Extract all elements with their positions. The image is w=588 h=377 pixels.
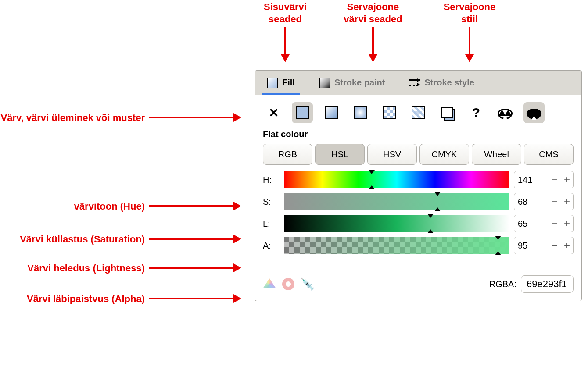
tab-fill-label: Fill [282, 78, 295, 88]
slider-lightness[interactable] [284, 215, 509, 232]
model-hsl[interactable]: HSL [315, 144, 365, 165]
row-saturation: S: 68 − + [263, 193, 574, 210]
slider-marker-top-icon [434, 192, 441, 199]
spin-alpha: 95 − + [514, 237, 574, 254]
dialog-footer: 💉 RGBA: 69e293f1 [255, 262, 581, 301]
spin-lightness: 65 − + [514, 215, 574, 232]
model-hsv[interactable]: HSV [367, 144, 417, 165]
rgba-input[interactable]: 69e293f1 [521, 275, 574, 293]
slider-marker-top-icon [369, 170, 375, 177]
pattern-icon [383, 106, 396, 119]
slider-marker-bottom-icon [369, 182, 375, 189]
row-lightness: L: 65 − + [263, 215, 574, 232]
saturation-increment[interactable]: + [561, 193, 573, 210]
stroke-paint-icon [319, 78, 330, 88]
hole-outline-icon [498, 106, 513, 119]
fill-stroke-dialog: Fill Stroke paint Stroke style ✕ ? Flat … [255, 70, 582, 301]
slider-marker-top-icon [495, 236, 501, 243]
paint-unknown[interactable]: ? [466, 102, 487, 123]
annotation-alpha: Värvi läbipaistvus (Alpha) [0, 293, 145, 305]
dialog-tabbar: Fill Stroke paint Stroke style [255, 71, 581, 95]
slider-marker-bottom-icon [427, 226, 434, 233]
model-cms[interactable]: CMS [524, 144, 574, 165]
arrow-right-icon [149, 238, 240, 240]
hole-fill-icon [527, 106, 541, 119]
rgba-label: RGBA: [489, 279, 516, 289]
arrow-right-icon [149, 298, 240, 299]
paint-linear-gradient[interactable] [321, 102, 342, 123]
arrow-down-icon [372, 27, 374, 61]
annotation-lightness: Värvi heledus (Lightness) [0, 262, 145, 274]
tab-stroke-style[interactable]: Stroke style [402, 71, 482, 95]
swatch-icon [441, 107, 453, 118]
annotation-paint-types: Värv, värvi üleminek või muster [0, 112, 145, 124]
paint-type-row: ✕ ? [255, 95, 581, 128]
paint-mesh[interactable] [408, 102, 429, 123]
alpha-increment[interactable]: + [561, 237, 573, 254]
fill-icon [267, 78, 278, 88]
label-alpha: A: [263, 241, 280, 251]
paint-hole-fill[interactable] [523, 102, 545, 123]
value-alpha[interactable]: 95 [514, 241, 549, 251]
row-hue: H: 141 − + [263, 171, 574, 188]
tab-fill[interactable]: Fill [259, 71, 303, 95]
paint-mode-label: Flat colour [255, 128, 581, 144]
label-hue: H: [263, 175, 280, 185]
eyedropper-icon[interactable]: 💉 [301, 277, 315, 291]
linear-gradient-icon [325, 106, 338, 119]
slider-marker-bottom-icon [495, 248, 501, 255]
stroke-style-icon [409, 78, 420, 88]
paint-radial-gradient[interactable] [350, 102, 371, 123]
mesh-icon [412, 106, 425, 119]
slider-saturation[interactable] [284, 193, 509, 210]
arrow-down-icon [469, 27, 470, 61]
paint-hole-outline[interactable] [495, 102, 516, 123]
slider-marker-bottom-icon [434, 204, 441, 211]
alpha-decrement[interactable]: − [549, 237, 561, 254]
value-hue[interactable]: 141 [514, 175, 549, 185]
label-lightness: L: [263, 219, 280, 229]
value-saturation[interactable]: 68 [514, 197, 549, 207]
spin-hue: 141 − + [514, 171, 574, 188]
saturation-decrement[interactable]: − [549, 193, 561, 210]
arrow-right-icon [149, 117, 240, 118]
paint-flat[interactable] [292, 102, 313, 123]
spin-saturation: 68 − + [514, 193, 574, 210]
paint-none[interactable]: ✕ [263, 102, 284, 123]
tab-stroke-style-label: Stroke style [424, 78, 474, 88]
slider-hue[interactable] [284, 171, 509, 188]
arrow-right-icon [149, 267, 240, 269]
tab-stroke-paint-label: Stroke paint [334, 78, 385, 88]
paint-swatch[interactable] [437, 102, 458, 123]
annotation-fill: Sisuvärviseaded [246, 1, 325, 25]
wheel-picker-icon[interactable] [282, 278, 294, 290]
flat-color-icon [296, 106, 309, 119]
slider-marker-top-icon [427, 214, 434, 221]
annotation-stroke-paint: Servajoonevärvi seaded [327, 1, 419, 25]
radial-gradient-icon [354, 106, 367, 119]
sliders-area: H: 141 − + S: 68 − + L: [255, 171, 581, 262]
color-model-row: RGB HSL HSV CMYK Wheel CMS [255, 144, 581, 171]
label-saturation: S: [263, 197, 280, 207]
slider-alpha[interactable] [284, 237, 509, 254]
model-wheel[interactable]: Wheel [472, 144, 521, 165]
triangle-picker-icon[interactable] [263, 278, 276, 290]
model-cmyk[interactable]: CMYK [419, 144, 469, 165]
lightness-decrement[interactable]: − [549, 215, 561, 232]
annotation-saturation: Värvi küllastus (Saturation) [0, 233, 145, 245]
value-lightness[interactable]: 65 [514, 219, 549, 229]
hue-increment[interactable]: + [561, 171, 573, 188]
paint-pattern[interactable] [379, 102, 400, 123]
arrow-right-icon [149, 205, 240, 207]
arrow-down-icon [284, 27, 286, 61]
annotation-hue: värvitoon (Hue) [0, 200, 145, 213]
model-rgb[interactable]: RGB [263, 144, 312, 165]
question-icon: ? [472, 105, 480, 120]
lightness-increment[interactable]: + [561, 215, 573, 232]
hue-decrement[interactable]: − [549, 171, 561, 188]
annotation-stroke-style: Servajoonestiil [426, 1, 513, 25]
tab-stroke-paint[interactable]: Stroke paint [312, 71, 393, 95]
x-icon: ✕ [269, 106, 279, 120]
row-alpha: A: 95 − + [263, 237, 574, 254]
